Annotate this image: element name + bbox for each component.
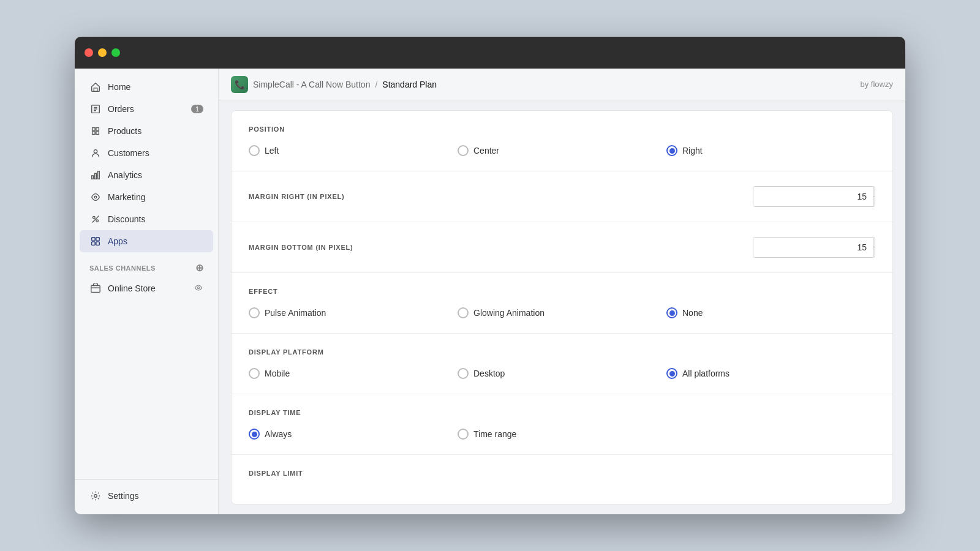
window-body: Home Orders 1 Products Customers [75, 69, 905, 514]
time-range-option[interactable]: Time range [458, 429, 666, 440]
margin-bottom-input[interactable] [753, 238, 873, 257]
maximize-button[interactable] [111, 48, 120, 57]
sidebar-bottom: Settings [75, 479, 218, 507]
position-center-label: Center [473, 146, 499, 156]
sidebar-item-marketing[interactable]: Marketing [80, 186, 213, 208]
svg-rect-10 [92, 242, 95, 245]
topbar: 📞 SimpleCall - A Call Now Button / Stand… [219, 69, 905, 100]
analytics-icon [89, 169, 102, 181]
display-time-section: DISPLAY TIME Always Time range [232, 394, 892, 455]
effect-pulse-label: Pulse Animation [265, 308, 326, 318]
position-center-radio[interactable] [458, 145, 469, 156]
sidebar: Home Orders 1 Products Customers [75, 69, 219, 514]
sidebar-item-discounts[interactable]: Discounts [80, 208, 213, 230]
breadcrumb-app-name: SimpleCall - A Call Now Button [253, 80, 370, 89]
svg-rect-9 [96, 238, 99, 241]
margin-right-up-button[interactable]: ▲ [873, 187, 875, 197]
platform-mobile-option[interactable]: Mobile [249, 368, 458, 379]
settings-icon [89, 490, 102, 502]
home-icon [89, 81, 102, 93]
effect-none-label: None [682, 308, 703, 318]
eye-icon[interactable] [194, 283, 203, 294]
discounts-icon [89, 213, 102, 225]
effect-glowing-label: Glowing Animation [473, 308, 545, 318]
effect-pulse-option[interactable]: Pulse Animation [249, 307, 458, 318]
sidebar-item-home[interactable]: Home [80, 76, 213, 98]
sidebar-item-online-store[interactable]: Online Store [80, 277, 213, 299]
svg-rect-11 [96, 242, 99, 245]
sidebar-item-analytics[interactable]: Analytics [80, 164, 213, 186]
position-left-label: Left [265, 146, 279, 156]
effect-none-option[interactable]: None [666, 307, 875, 318]
margin-bottom-up-button[interactable]: ▲ [873, 238, 875, 247]
margin-right-row: MARGIN RIGHT (IN PIXEL) ▲ ▼ [249, 186, 875, 207]
display-limit-title: DISPLAY LIMIT [249, 470, 875, 477]
time-always-option[interactable]: Always [249, 429, 458, 440]
margin-right-section: MARGIN RIGHT (IN PIXEL) ▲ ▼ [232, 171, 892, 222]
platform-desktop-radio[interactable] [458, 368, 469, 379]
display-platform-section: DISPLAY PLATFORM Mobile Desktop [232, 334, 892, 394]
sales-channels-section: SALES CHANNELS ⊕ [75, 252, 218, 277]
platform-all-option[interactable]: All platforms [666, 368, 875, 379]
breadcrumb: 📞 SimpleCall - A Call Now Button / Stand… [231, 76, 437, 93]
orders-badge: 1 [191, 105, 203, 113]
margin-bottom-label: MARGIN BOTTOM (IN PIXEL) [249, 244, 353, 251]
add-sales-channel-button[interactable]: ⊕ [195, 262, 204, 274]
platform-desktop-option[interactable]: Desktop [458, 368, 666, 379]
platform-all-label: All platforms [682, 369, 729, 378]
margin-bottom-section: MARGIN BOTTOM (IN PIXEL) ▲ ▼ [232, 222, 892, 273]
online-store-label: Online Store [108, 283, 156, 293]
sidebar-item-products-label: Products [108, 126, 141, 136]
sidebar-item-customers[interactable]: Customers [80, 142, 213, 164]
position-right-option[interactable]: Right [666, 145, 875, 156]
settings-panel: POSITION Left Center [231, 110, 893, 504]
svg-point-5 [94, 196, 97, 198]
sidebar-item-orders[interactable]: Orders 1 [80, 98, 213, 120]
minimize-button[interactable] [98, 48, 107, 57]
margin-right-down-button[interactable]: ▼ [873, 197, 875, 206]
svg-rect-12 [91, 286, 100, 293]
effect-pulse-radio[interactable] [249, 307, 260, 318]
sidebar-item-apps[interactable]: Apps [80, 230, 213, 252]
time-range-radio[interactable] [458, 429, 469, 440]
position-center-option[interactable]: Center [458, 145, 666, 156]
effect-glowing-radio[interactable] [458, 307, 469, 318]
svg-point-13 [197, 287, 199, 288]
effect-section-title: EFFECT [249, 288, 875, 295]
apps-icon [89, 235, 102, 247]
svg-rect-8 [92, 238, 95, 241]
sidebar-item-apps-label: Apps [108, 236, 127, 246]
platform-all-radio[interactable] [666, 368, 677, 379]
sidebar-item-analytics-label: Analytics [108, 170, 142, 180]
marketing-icon [89, 191, 102, 203]
platform-desktop-label: Desktop [473, 369, 505, 378]
customers-icon [89, 147, 102, 159]
sidebar-item-discounts-label: Discounts [108, 214, 145, 224]
svg-point-14 [94, 495, 97, 498]
margin-right-spinners: ▲ ▼ [873, 187, 875, 206]
sidebar-item-settings-label: Settings [108, 491, 139, 501]
svg-rect-2 [92, 176, 94, 179]
sidebar-item-home-label: Home [108, 82, 130, 92]
sidebar-item-settings[interactable]: Settings [80, 485, 213, 507]
time-always-radio[interactable] [249, 429, 260, 440]
close-button[interactable] [85, 48, 93, 57]
by-flowzy-label: by flowzy [861, 80, 893, 89]
position-left-option[interactable]: Left [249, 145, 458, 156]
svg-point-7 [96, 220, 99, 222]
position-radio-group: Left Center Right [249, 145, 875, 156]
position-right-radio[interactable] [666, 145, 677, 156]
svg-point-1 [94, 150, 97, 153]
sidebar-item-products[interactable]: Products [80, 120, 213, 142]
sidebar-item-customers-label: Customers [108, 148, 149, 158]
platform-mobile-radio[interactable] [249, 368, 260, 379]
products-icon [89, 125, 102, 137]
effect-none-radio[interactable] [666, 307, 677, 318]
display-time-title: DISPLAY TIME [249, 409, 875, 416]
margin-right-label: MARGIN RIGHT (IN PIXEL) [249, 193, 345, 200]
main-content: 📞 SimpleCall - A Call Now Button / Stand… [219, 69, 905, 514]
margin-bottom-down-button[interactable]: ▼ [873, 247, 875, 257]
margin-right-input[interactable] [753, 187, 873, 206]
position-left-radio[interactable] [249, 145, 260, 156]
effect-glowing-option[interactable]: Glowing Animation [458, 307, 666, 318]
